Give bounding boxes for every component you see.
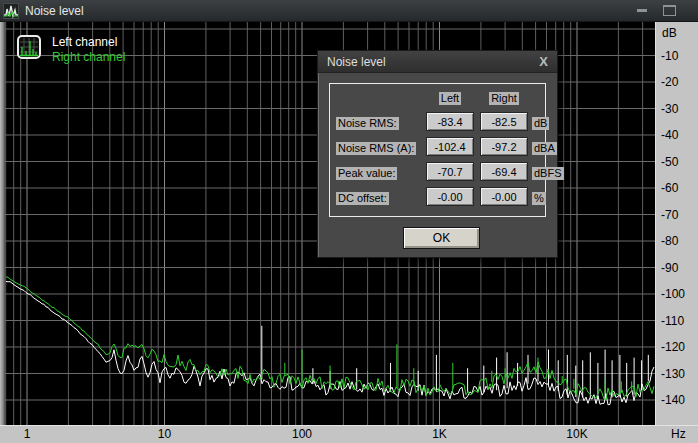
noise-level-dialog: Noise level X Left Right Noise RMS: -83.… [317, 50, 558, 258]
row-label-noise-rms: Noise RMS: [336, 117, 399, 130]
legend-left-channel: Left channel [52, 35, 125, 50]
x-tick-label: 100 [292, 428, 312, 440]
noise-rms-a-right-value: -97.2 [480, 137, 528, 156]
results-groupbox: Left Right Noise RMS: -83.4 -82.5 dB Noi… [329, 83, 546, 217]
y-tick-label: -130 [661, 368, 685, 380]
y-tick-label: -110 [661, 315, 684, 327]
y-tick-label: -50 [661, 156, 678, 168]
waveform-app-icon [3, 3, 19, 19]
ok-button[interactable]: OK [403, 227, 480, 249]
y-tick-label: -60 [661, 182, 678, 194]
unit-dbfs: dBFS [532, 167, 564, 180]
legend: Left channel Right channel [17, 35, 125, 65]
noise-rms-a-left-value: -102.4 [426, 137, 474, 156]
y-tick-label: -100 [661, 288, 685, 300]
unit-db: dB [532, 117, 549, 130]
y-tick-label: -120 [661, 341, 685, 353]
y-tick-label: -40 [661, 129, 678, 141]
noise-rms-left-value: -83.4 [426, 112, 474, 131]
y-tick-label: -30 [661, 103, 678, 115]
dc-offset-left-value: -0.00 [426, 187, 474, 206]
y-axis-unit: dB [662, 27, 677, 39]
column-header-right: Right [489, 92, 519, 105]
y-tick-label: -20 [661, 76, 678, 88]
spectrum-legend-icon[interactable] [17, 35, 41, 59]
row-label-dc-offset: DC offset: [336, 192, 389, 205]
y-axis-strip: dB -10-20-30-40-50-60-70-80-90-100-110-1… [655, 22, 698, 425]
peak-value-right-value: -69.4 [480, 162, 528, 181]
dialog-titlebar[interactable]: Noise level X [318, 51, 557, 73]
x-tick-label: 10 [158, 428, 171, 440]
row-label-noise-rms-a: Noise RMS (A): [336, 142, 416, 155]
peak-value-left-value: -70.7 [426, 162, 474, 181]
legend-right-channel: Right channel [52, 50, 125, 65]
dialog-title: Noise level [327, 55, 539, 69]
y-tick-label: -10 [661, 50, 678, 62]
noise-rms-right-value: -82.5 [480, 112, 528, 131]
x-tick-label: 1K [432, 428, 447, 440]
maximize-icon[interactable] [663, 5, 676, 16]
x-axis-strip: Hz 1101001K10K [0, 425, 698, 443]
unit-percent: % [532, 192, 546, 205]
x-tick-label: 1 [24, 428, 31, 440]
x-axis-unit: Hz [671, 428, 686, 440]
window-titlebar: Noise level [0, 0, 698, 22]
y-tick-label: -90 [661, 262, 678, 274]
page-title: Noise level [25, 4, 637, 18]
row-label-peak-value: Peak value: [336, 167, 397, 180]
minimize-icon[interactable] [637, 9, 647, 12]
column-header-left: Left [439, 92, 461, 105]
dc-offset-right-value: -0.00 [480, 187, 528, 206]
y-tick-label: -140 [661, 394, 685, 406]
y-tick-label: -80 [661, 235, 678, 247]
y-tick-label: -70 [661, 209, 678, 221]
x-tick-label: 10K [566, 428, 587, 440]
noise-level-window: Noise level Left channel Right channel d… [0, 0, 698, 443]
close-icon[interactable]: X [539, 55, 548, 68]
unit-dba: dBA [532, 142, 557, 155]
